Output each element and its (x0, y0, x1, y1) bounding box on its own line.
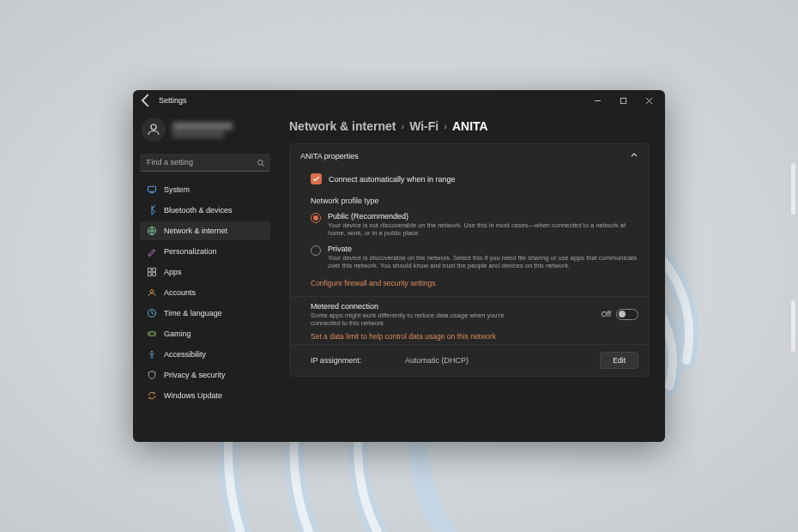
sidebar-item-label: Accessibility (164, 350, 206, 359)
main-content: Network & internet › Wi-Fi › ANITA ANITA… (277, 111, 665, 442)
apps-icon (147, 267, 157, 277)
svg-rect-11 (148, 273, 152, 276)
metered-title: Metered connection (311, 302, 534, 311)
radio-public-title: Public (Recommended) (328, 212, 638, 221)
breadcrumb-current: ANITA (452, 119, 488, 133)
metered-row: Metered connection Some apps might work … (311, 302, 638, 328)
divider (290, 296, 649, 297)
firewall-link[interactable]: Configure firewall and security settings (311, 275, 638, 291)
svg-point-17 (151, 351, 153, 353)
svg-rect-10 (153, 269, 156, 272)
card-header[interactable]: ANITA properties (290, 144, 649, 168)
settings-window: Settings (133, 90, 665, 442)
radio-public-row[interactable]: Public (Recommended) Your device is not … (311, 210, 638, 243)
svg-line-5 (263, 164, 264, 166)
radio-selected-icon[interactable] (311, 213, 321, 223)
radio-private-row[interactable]: Private Your device is discoverable on t… (311, 243, 638, 275)
chevron-right-icon: › (444, 121, 447, 131)
metered-desc: Some apps might work differently to redu… (311, 311, 534, 328)
accessibility-icon (147, 349, 157, 360)
svg-rect-6 (148, 186, 156, 191)
radio-public-desc: Your device is not discoverable on the n… (328, 221, 638, 238)
sidebar-item-windows-update[interactable]: Windows Update (140, 386, 270, 405)
card-title: ANITA properties (300, 152, 359, 160)
close-button[interactable] (636, 90, 662, 111)
sidebar-item-label: Accounts (164, 288, 196, 297)
system-icon (147, 184, 157, 195)
radio-private-title: Private (328, 245, 638, 253)
metered-toggle[interactable]: Off (602, 309, 638, 320)
profile-type-label: Network profile type (311, 193, 638, 210)
sidebar-item-label: Time & language (164, 309, 222, 317)
breadcrumb-network[interactable]: Network & internet (289, 119, 396, 133)
svg-rect-15 (148, 332, 156, 336)
sidebar-item-label: Bluetooth & devices (164, 206, 233, 215)
ip-assignment-row: IP assignment: Automatic (DHCP) Edit (290, 344, 649, 376)
user-text-blurred (172, 123, 233, 137)
sidebar-item-accounts[interactable]: Accounts (140, 283, 270, 302)
sidebar-item-personalization[interactable]: Personalization (140, 242, 270, 261)
search-icon (257, 159, 265, 167)
sidebar-item-label: Privacy & security (164, 371, 226, 379)
sidebar-item-privacy[interactable]: Privacy & security (140, 366, 270, 384)
page-scrollbar-thumb[interactable] (791, 300, 795, 352)
connect-auto-label: Connect automatically when in range (329, 175, 456, 184)
toggle-state-label: Off (602, 310, 611, 318)
toggle-off-icon[interactable] (616, 309, 638, 320)
search-input[interactable] (140, 154, 270, 172)
svg-point-16 (154, 333, 154, 334)
sidebar-item-bluetooth[interactable]: Bluetooth & devices (140, 201, 270, 220)
radio-private-desc: Your device is discoverable on the netwo… (328, 254, 638, 270)
sidebar: System Bluetooth & devices Network & int… (133, 111, 277, 442)
sidebar-item-apps[interactable]: Apps (140, 263, 270, 281)
sidebar-item-label: Windows Update (164, 391, 222, 400)
svg-point-13 (150, 290, 154, 293)
search-container (140, 154, 270, 172)
page-scrollbar-thumb[interactable] (791, 163, 795, 215)
gaming-icon (147, 329, 157, 339)
avatar-icon (142, 118, 166, 142)
personalization-icon (147, 246, 157, 257)
user-account-row[interactable] (140, 116, 270, 148)
connect-auto-row[interactable]: Connect automatically when in range (311, 168, 638, 193)
edit-button[interactable]: Edit (600, 352, 638, 369)
data-limit-link[interactable]: Set a data limit to help control data us… (311, 327, 638, 344)
accounts-icon (147, 287, 157, 298)
sidebar-item-time-language[interactable]: Time & language (140, 304, 270, 323)
breadcrumb: Network & internet › Wi-Fi › ANITA (289, 119, 650, 133)
chevron-right-icon: › (401, 121, 404, 131)
sidebar-item-label: Personalization (164, 247, 217, 256)
ip-value: Automatic (DHCP) (405, 356, 600, 365)
chevron-up-icon (630, 151, 638, 161)
back-button[interactable] (136, 91, 155, 110)
window-title: Settings (159, 96, 187, 105)
update-icon (147, 390, 157, 401)
svg-rect-2 (620, 98, 626, 103)
sidebar-item-label: Gaming (164, 329, 191, 338)
svg-point-3 (151, 124, 156, 130)
svg-point-4 (258, 160, 263, 165)
maximize-button[interactable] (610, 90, 636, 111)
svg-rect-12 (153, 273, 156, 276)
svg-rect-9 (148, 269, 152, 272)
minimize-button[interactable] (584, 90, 610, 111)
radio-unselected-icon[interactable] (311, 245, 321, 256)
checkbox-checked-icon[interactable] (311, 173, 322, 184)
sidebar-item-label: System (164, 185, 190, 194)
sidebar-item-accessibility[interactable]: Accessibility (140, 345, 270, 364)
properties-card: ANITA properties Connect automatically w… (289, 143, 650, 377)
titlebar: Settings (133, 90, 665, 111)
sidebar-item-network[interactable]: Network & internet (140, 221, 270, 240)
ip-label: IP assignment: (311, 356, 405, 365)
time-language-icon (147, 308, 157, 318)
sidebar-item-label: Apps (164, 268, 182, 276)
sidebar-item-system[interactable]: System (140, 180, 270, 199)
shield-icon (147, 370, 157, 380)
breadcrumb-wifi[interactable]: Wi-Fi (409, 119, 438, 133)
network-icon (147, 226, 157, 236)
sidebar-item-gaming[interactable]: Gaming (140, 324, 270, 343)
sidebar-item-label: Network & internet (164, 227, 227, 235)
bluetooth-icon (147, 205, 157, 215)
